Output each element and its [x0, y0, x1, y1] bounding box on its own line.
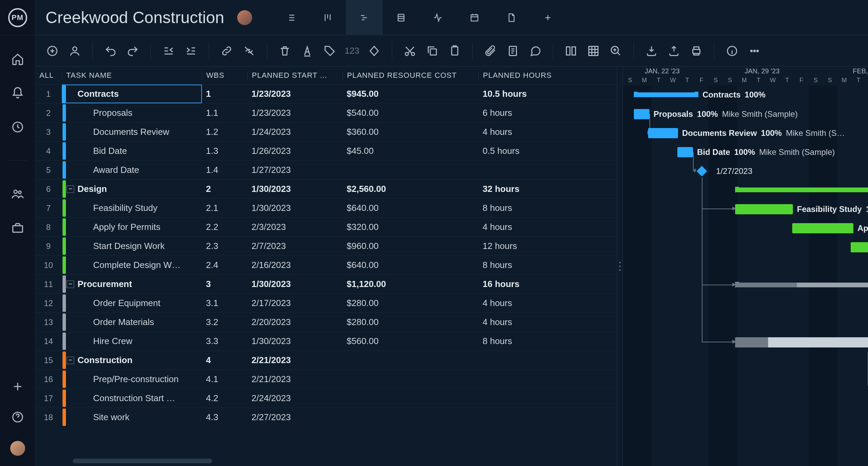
attachment-icon[interactable] [483, 43, 498, 58]
task-bar[interactable]: Bid Date100%Mike Smith (Sample) [677, 147, 693, 157]
wbs-cell: 3.1 [202, 298, 247, 308]
table-row[interactable]: 5Award Date1.41/27/2023 [35, 160, 617, 179]
table-row[interactable]: 18Site work4.32/27/2023 [35, 408, 617, 427]
sheet-view-icon[interactable] [383, 0, 419, 35]
print-icon[interactable] [689, 43, 704, 58]
collapse-toggle-icon[interactable]: − [67, 281, 74, 288]
home-icon[interactable] [11, 52, 24, 66]
add-task-icon[interactable] [45, 43, 60, 58]
info-icon[interactable] [725, 43, 740, 58]
notes-icon[interactable] [505, 43, 520, 58]
copy-icon[interactable] [425, 43, 440, 58]
col-planned-hours[interactable]: PLANNED HOURS [479, 71, 580, 80]
col-task-name[interactable]: TASK NAME [62, 71, 202, 80]
more-icon[interactable] [747, 43, 762, 58]
bar-label: Proposals100%Mike Smith (Sample) [654, 109, 798, 119]
people-icon[interactable] [11, 187, 24, 201]
table-row[interactable]: 8Apply for Permits2.22/3/2023$320.004 ho… [35, 217, 617, 236]
briefcase-icon[interactable] [11, 221, 24, 235]
project-avatar-icon[interactable] [237, 10, 252, 25]
paste-icon[interactable] [447, 43, 462, 58]
task-bar[interactable] [851, 242, 868, 252]
table-row[interactable]: 13Order Materials3.22/20/2023$280.004 ho… [35, 312, 617, 331]
text-style-icon[interactable] [300, 43, 315, 58]
date-cell: 2/17/2023 [247, 298, 343, 308]
table-row[interactable]: 3Documents Review1.21/24/2023$360.004 ho… [35, 122, 617, 141]
summary-bar[interactable] [735, 187, 868, 192]
gantt-view-icon[interactable] [346, 0, 383, 35]
horizontal-scrollbar[interactable] [73, 459, 212, 463]
table-row[interactable]: 7Feasibility Study2.11/30/2023$640.008 h… [35, 198, 617, 217]
grid-icon[interactable] [586, 43, 601, 58]
bar-name: Documents Review [682, 128, 757, 138]
row-number: 2 [35, 108, 62, 118]
table-row[interactable]: 4Bid Date1.31/26/2023$45.000.5 hours [35, 141, 617, 160]
table-row[interactable]: 15−Construction42/21/2023 [35, 351, 617, 370]
toolbar-number[interactable]: 123 [345, 43, 359, 58]
help-icon[interactable] [11, 410, 24, 424]
col-planned-start[interactable]: PLANNED START … [247, 71, 343, 80]
row-number: 4 [35, 146, 62, 156]
user-avatar-icon[interactable] [10, 441, 25, 456]
tag-icon[interactable] [322, 43, 337, 58]
task-bar[interactable]: Feasibility Study10 [735, 204, 793, 214]
unlink-icon[interactable] [242, 43, 257, 58]
cut-icon[interactable] [402, 43, 417, 58]
assign-icon[interactable] [67, 43, 82, 58]
gantt-body[interactable]: Contracts100%Proposals100%Mike Smith (Sa… [623, 86, 868, 466]
app-logo[interactable]: PM [0, 0, 35, 35]
table-row[interactable]: 2Proposals1.11/23/2023$540.006 hours [35, 103, 617, 122]
add-view-icon[interactable] [530, 0, 566, 35]
undo-icon[interactable] [103, 43, 118, 58]
task-bar[interactable]: Apply f [792, 223, 853, 233]
calendar-view-icon[interactable] [456, 0, 493, 35]
activity-view-icon[interactable] [419, 0, 456, 35]
zoom-icon[interactable] [608, 43, 623, 58]
table-row[interactable]: 9Start Design Work2.32/7/2023$960.0012 h… [35, 236, 617, 255]
comment-icon[interactable] [528, 43, 543, 58]
file-view-icon[interactable] [493, 0, 530, 35]
collapse-toggle-icon[interactable]: − [67, 357, 74, 364]
list-view-icon[interactable] [273, 0, 309, 35]
bar-label: Bid Date100%Mike Smith (Sample) [697, 147, 835, 157]
day-label: S [709, 77, 723, 86]
indent-icon[interactable] [184, 43, 198, 58]
columns-icon[interactable] [563, 43, 578, 58]
col-wbs[interactable]: WBS [202, 71, 247, 80]
day-label: F [794, 77, 809, 86]
board-view-icon[interactable] [309, 0, 346, 35]
cost-cell: $280.00 [343, 317, 479, 327]
table-row[interactable]: 10Complete Design W…2.42/16/2023$640.008… [35, 255, 617, 274]
table-row[interactable]: 12Order Equipment3.12/17/2023$280.004 ho… [35, 293, 617, 312]
add-icon[interactable] [11, 380, 24, 393]
trash-icon[interactable] [277, 43, 292, 58]
task-bar[interactable]: Proposals100%Mike Smith (Sample) [634, 109, 649, 119]
table-row[interactable]: 11−Procurement31/30/2023$1,120.0016 hour… [35, 274, 617, 293]
table-row[interactable]: 1Contracts11/23/2023$945.0010.5 hours [35, 84, 617, 103]
col-all[interactable]: ALL [35, 71, 62, 80]
export-icon[interactable] [666, 43, 681, 58]
table-row[interactable]: 14Hire Crew3.31/30/2023$560.008 hours [35, 331, 617, 351]
splitter[interactable] [617, 67, 623, 466]
col-planned-cost[interactable]: PLANNED RESOURCE COST [343, 71, 479, 80]
bar-name: Contracts [702, 90, 741, 100]
link-icon[interactable] [219, 43, 234, 58]
table-row[interactable]: 16Prep/Pre-construction4.12/21/2023 [35, 370, 617, 389]
redo-icon[interactable] [125, 43, 140, 58]
bar-label: Documents Review100%Mike Smith (S… [682, 128, 845, 138]
task-bar[interactable]: Documents Review100%Mike Smith (S… [648, 128, 678, 138]
table-row[interactable]: 17Construction Start …4.22/24/2023 [35, 389, 617, 408]
import-icon[interactable] [644, 43, 659, 58]
summary-bar[interactable]: Contracts100% [634, 92, 698, 97]
bell-icon[interactable] [11, 86, 24, 100]
toolbar: 123 [35, 35, 868, 67]
table-row[interactable]: 6−Design21/30/2023$2,560.0032 hours [35, 179, 617, 198]
clock-icon[interactable] [11, 120, 24, 134]
summary-bar[interactable] [735, 283, 868, 287]
outdent-icon[interactable] [161, 43, 176, 58]
week-label: JAN, 22 '23 [645, 67, 680, 75]
wbs-cell: 1 [202, 89, 247, 99]
task-bar[interactable]: Hire [735, 337, 868, 347]
collapse-toggle-icon[interactable]: − [67, 185, 74, 193]
milestone-icon[interactable] [367, 43, 382, 58]
